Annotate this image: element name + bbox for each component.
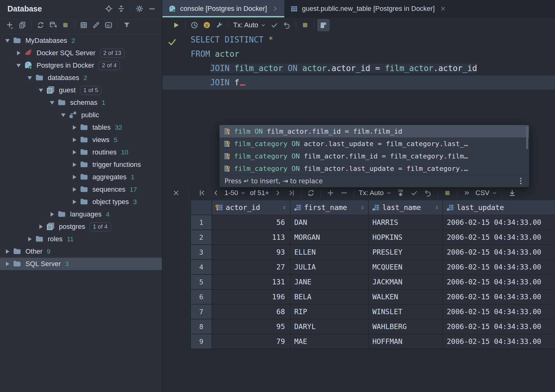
tree-item-public[interactable]: public	[0, 109, 162, 121]
grid-cell[interactable]: HARRIS	[369, 215, 443, 230]
grid-cell[interactable]: 2006-02-15 04:34:33.00	[443, 319, 555, 334]
row-number[interactable]: 7	[191, 305, 212, 319]
tree-item-tables[interactable]: tables32	[0, 121, 162, 134]
grid-cell[interactable]: 95	[212, 319, 291, 334]
page-first-button[interactable]	[195, 187, 209, 199]
grid-cell[interactable]: DAN	[291, 215, 369, 230]
column-header-last_name[interactable]: last_name	[369, 200, 443, 215]
tree-item-object-types[interactable]: object types3	[0, 196, 162, 208]
popup-scrollbar[interactable]	[526, 126, 528, 149]
add-button[interactable]	[4, 19, 16, 31]
tree-expanded-arrow-icon[interactable]	[25, 76, 34, 80]
grid-cell[interactable]: 2006-02-15 04:34:33.00	[443, 215, 555, 230]
rollback-button[interactable]	[421, 187, 435, 199]
tree-item-routines[interactable]: routines10	[0, 146, 162, 158]
settings-button[interactable]	[133, 2, 146, 15]
grid-cell[interactable]: JACKMAN	[369, 275, 443, 290]
grid-cell[interactable]: RIP	[291, 305, 369, 319]
tree-item-trigger-functions[interactable]: trigger functions	[0, 158, 162, 171]
grid-cell[interactable]: 196	[212, 290, 291, 305]
tx-mode-dropdown[interactable]: Tx: Auto	[357, 187, 394, 199]
collapse-all-button[interactable]	[115, 2, 127, 15]
grid-corner-cell[interactable]	[191, 200, 212, 215]
commit-button[interactable]	[407, 187, 421, 199]
grid-cell[interactable]: 2006-02-15 04:34:33.00	[443, 334, 555, 349]
tree-item-sql-server[interactable]: SQL Server3	[0, 258, 162, 270]
grid-cell[interactable]: 131	[212, 275, 291, 290]
row-number[interactable]: 2	[191, 230, 212, 245]
tree-item-databases[interactable]: databases2	[0, 72, 162, 84]
data-source-properties-button[interactable]	[47, 19, 59, 31]
export-format-dropdown[interactable]: CSV	[474, 187, 499, 199]
duplicate-button[interactable]	[16, 19, 29, 31]
completion-item[interactable]: filmONfilm_actor.film_id = film.film_id	[220, 125, 529, 137]
tree-item-postgres-db[interactable]: postgres1 of 4	[0, 220, 162, 233]
tree-item-mydatabases[interactable]: MyDatabases2	[0, 34, 162, 47]
tree-collapsed-arrow-icon[interactable]	[3, 249, 12, 254]
sql-editor[interactable]: SELECT DISTINCT *FROM actor JOIN film_ac…	[162, 33, 555, 184]
row-number[interactable]: 4	[191, 260, 212, 275]
page-prev-button[interactable]	[209, 187, 223, 199]
tree-expanded-arrow-icon[interactable]	[37, 89, 45, 92]
grid-cell[interactable]: DARYL	[291, 319, 369, 334]
pg-badge-button[interactable]: p	[201, 19, 213, 31]
grid-cell[interactable]: 56	[212, 215, 291, 230]
sort-arrows-icon[interactable]	[434, 204, 440, 211]
tree-collapsed-arrow-icon[interactable]	[48, 212, 56, 216]
tree-item-views[interactable]: views5	[0, 134, 162, 146]
tree-collapsed-arrow-icon[interactable]	[70, 150, 79, 154]
tree-expanded-arrow-icon[interactable]	[48, 101, 56, 105]
tree-item-guest[interactable]: guest1 of 5	[0, 84, 162, 96]
table-view-button[interactable]	[78, 19, 90, 31]
grid-cell[interactable]: MCQUEEN	[369, 260, 443, 275]
tree-item-aggregates[interactable]: aggregates1	[0, 171, 162, 183]
tree-collapsed-arrow-icon[interactable]	[25, 237, 34, 241]
tree-item-sequences[interactable]: sequences17	[0, 183, 162, 196]
edit-button[interactable]	[90, 19, 102, 31]
completion-item[interactable]: film_categoryONactor.last_update = film_…	[220, 137, 529, 150]
tree-collapsed-arrow-icon[interactable]	[3, 262, 12, 266]
tx-mode-dropdown[interactable]: Tx: Auto	[231, 19, 268, 31]
grid-cell[interactable]: HOPKINS	[369, 230, 443, 245]
tab-new-table-tab[interactable]: guest.public.new_table [Postgres in Dock…	[284, 0, 452, 17]
submit-db-button[interactable]: DB	[394, 187, 407, 199]
grid-cell[interactable]: MAE	[291, 334, 369, 349]
grid-cell[interactable]: 2006-02-15 04:34:33.00	[443, 260, 555, 275]
column-header-actor_id[interactable]: actor_id	[212, 200, 291, 215]
page-range-dropdown[interactable]: 1-50	[223, 187, 248, 199]
run-button[interactable]	[170, 19, 182, 31]
grid-cell[interactable]: 2006-02-15 04:34:33.00	[443, 275, 555, 290]
delete-row-button[interactable]	[337, 187, 351, 199]
console-button[interactable]: QL	[102, 19, 115, 31]
grid-cell[interactable]: 27	[212, 260, 291, 275]
tree-expanded-arrow-icon[interactable]	[3, 39, 12, 42]
grid-cell[interactable]: 113	[212, 230, 291, 245]
tree-item-roles[interactable]: roles11	[0, 233, 162, 245]
minimize-button[interactable]	[146, 2, 158, 15]
row-number[interactable]: 6	[191, 290, 212, 305]
row-number[interactable]: 8	[191, 319, 212, 334]
grid-cell[interactable]: WAHLBERG	[369, 319, 443, 334]
stop-button[interactable]	[299, 19, 311, 31]
tree-collapsed-arrow-icon[interactable]	[70, 187, 79, 192]
page-next-button[interactable]	[271, 187, 285, 199]
wrench-button[interactable]	[213, 19, 225, 31]
column-header-first_name[interactable]: first_name	[291, 200, 369, 215]
tree-collapsed-arrow-icon[interactable]	[70, 200, 79, 204]
grid-cell[interactable]: WINSLET	[369, 305, 443, 319]
grid-cell[interactable]: 68	[212, 305, 291, 319]
grid-cell[interactable]: WALKEN	[369, 290, 443, 305]
completion-item[interactable]: film_categoryONfilm_actor.last_update = …	[220, 162, 529, 175]
inline-results-button[interactable]	[317, 19, 330, 31]
grid-cell[interactable]: MORGAN	[291, 230, 369, 245]
page-last-button[interactable]	[285, 187, 298, 199]
close-results-button[interactable]	[171, 187, 182, 198]
row-number[interactable]: 9	[191, 334, 212, 349]
tree-expanded-arrow-icon[interactable]	[59, 114, 68, 117]
column-header-last_update[interactable]: last_update	[443, 200, 555, 215]
row-number[interactable]: 3	[191, 245, 212, 260]
tree-expanded-arrow-icon[interactable]	[14, 64, 23, 67]
close-icon[interactable]	[440, 5, 446, 12]
sync-button[interactable]	[34, 19, 47, 31]
grid-cell[interactable]: JULIA	[291, 260, 369, 275]
